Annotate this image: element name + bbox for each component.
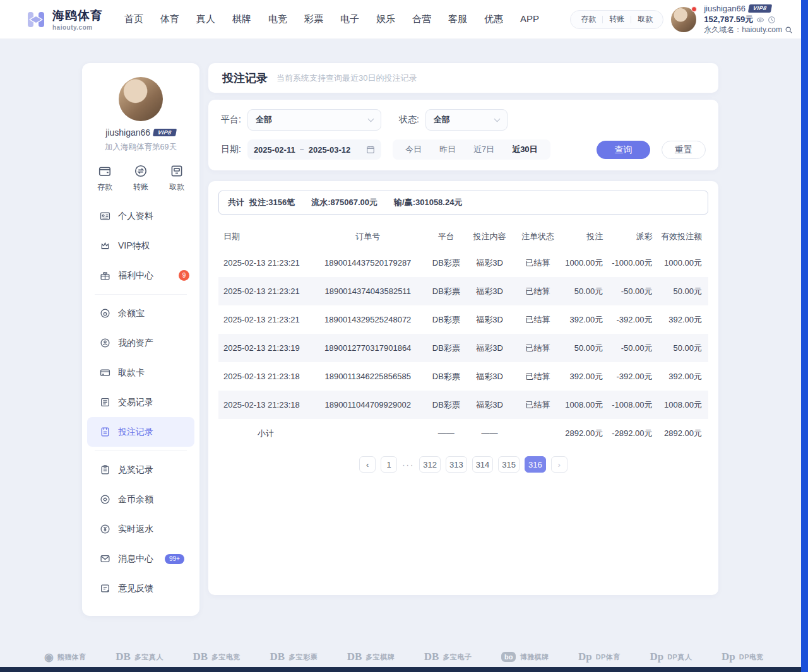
withdraw-link[interactable]: 取款 [631,14,659,25]
nav-item-boardgames[interactable]: 棋牌 [232,13,251,25]
range-30days[interactable]: 近30日 [503,144,546,155]
sidebar-item-label: 交易记录 [118,397,153,408]
cell-payout: -1008.00元 [609,391,658,419]
cell-content: 福彩3D [466,249,513,277]
topbar: 海鸥体育 haiouty.com 首页 体育 真人 棋牌 电竞 彩票 电子 娱乐… [0,0,808,39]
quick-range-group: 今日 昨日 近7日 近30日 [393,139,550,160]
chevron-down-icon [494,115,500,122]
platform-select[interactable]: 全部 [247,109,381,131]
user-avatar[interactable] [671,7,696,32]
filter-panel: 平台: 全部 状态: 全部 日期: 2025-02-11 ~ 2025-03-1… [208,100,718,170]
cell-content: 福彩3D [466,334,513,362]
col-status: 注单状态 [513,225,562,249]
col-bet: 投注 [562,225,609,249]
deposit-action[interactable]: 存款 [97,164,112,192]
sidebar-item-label: 投注记录 [118,427,153,438]
table-row: 2025-02-13 21:23:18 1890011346225856585 … [218,362,708,391]
partner-logos-footer: ◉ 熊猫体育 DB 多宝真人 DB 多宝电竞 DB 多宝彩票 DB 多宝棋牌 D… [0,647,808,667]
sidebar-item-rebate[interactable]: 实时返水 [82,514,199,544]
sidebar-item-messages[interactable]: 消息中心 99+ [82,544,199,574]
sidebar-avatar[interactable] [119,77,163,121]
search-button[interactable]: 查询 [597,141,650,159]
sidebar-item-vip[interactable]: VIP特权 [82,231,199,261]
pagination-page-314[interactable]: 314 [472,456,494,473]
eye-icon[interactable] [756,16,764,24]
date-range-picker[interactable]: 2025-02-11 ~ 2025-03-12 [247,139,381,160]
subtotal-payout: -2892.00元 [609,419,658,447]
sidebar-item-redeem-records[interactable]: 兑奖记录 [82,455,199,485]
nav-item-lottery[interactable]: 彩票 [304,13,323,25]
nav-item-slots[interactable]: 电子 [340,13,359,25]
panda-logo-mark: ◉ [44,651,54,664]
sidebar-item-transactions[interactable]: 交易记录 [82,387,199,417]
nav-item-esports[interactable]: 电竞 [268,13,287,25]
wallet-quick-actions: 存款 转账 取款 [570,10,663,29]
platform-label: 平台: [221,114,241,126]
summary-winloss: 输/赢:301058.24元 [394,197,462,208]
deposit-link[interactable]: 存款 [574,14,602,25]
pagination: ‹ 1 ··· 312 313 314 315 316 › [218,456,708,473]
reset-button[interactable]: 重置 [662,141,706,159]
nav-item-entertainment[interactable]: 娱乐 [376,13,395,25]
nav-item-affiliate[interactable]: 合营 [412,13,431,25]
dp-logo-mark: Dp [578,651,592,663]
search-icon[interactable] [785,26,793,34]
crown-icon [100,240,110,251]
cell-bet: 1000.00元 [562,249,609,277]
db-logo-mark: DB [116,651,131,663]
sidebar-item-label: 兑奖记录 [118,464,153,476]
col-valid-bet: 有效投注额 [659,225,708,249]
records-panel: 共计 投注:3156笔 流水:875067.00元 输/赢:301058.24元… [208,181,718,595]
sidebar-item-yuebao[interactable]: 余额宝 [82,298,199,328]
sidebar-item-withdraw-card[interactable]: 取款卡 [82,358,199,387]
pagination-prev[interactable]: ‹ [359,456,376,473]
cell-platform: DB彩票 [427,334,466,362]
summary-turnover: 流水:875067.00元 [311,197,377,208]
top-nav: 首页 体育 真人 棋牌 电竞 彩票 电子 娱乐 合营 客服 优惠 APP [124,13,539,25]
nav-item-home[interactable]: 首页 [124,13,143,25]
sidebar-item-welfare[interactable]: 福利中心 9 [82,261,199,290]
cell-valid-bet: 50.00元 [659,277,708,305]
status-select-value: 全部 [434,114,450,126]
vip-badge: VIP8 [153,129,177,136]
nav-item-app[interactable]: APP [520,13,539,25]
pagination-next[interactable]: › [551,456,567,473]
nav-item-service[interactable]: 客服 [448,13,467,25]
sidebar-item-feedback[interactable]: 意见反馈 [82,574,199,603]
partner-panda-sports: ◉ 熊猫体育 [44,651,86,664]
cell-platform: DB彩票 [427,277,466,305]
nav-item-sports[interactable]: 体育 [160,13,179,25]
pagination-page-312[interactable]: 312 [419,456,441,473]
table-row: 2025-02-13 21:23:18 1890011044709929002 … [218,391,708,419]
cell-content: 福彩3D [466,362,513,391]
calendar-icon [366,145,375,154]
status-select[interactable]: 全部 [425,109,508,131]
range-7days[interactable]: 近7日 [465,144,503,155]
nav-item-promo[interactable]: 优惠 [484,13,503,25]
range-yesterday[interactable]: 昨日 [431,144,465,155]
pagination-page-316-active[interactable]: 316 [525,456,546,473]
nav-item-live[interactable]: 真人 [196,13,215,25]
sidebar-item-assets[interactable]: 我的资产 [82,328,199,358]
logo[interactable]: 海鸥体育 haiouty.com [25,8,103,31]
table-row: 2025-02-13 21:23:21 1890014437520179287 … [218,249,708,277]
transfer-link[interactable]: 转账 [603,14,631,25]
sidebar-item-profile[interactable]: 个人资料 [82,201,199,231]
sidebar-item-bet-records[interactable]: 投注记录 [87,417,194,447]
page-subtitle: 当前系统支持查询最近30日的投注记录 [276,73,417,84]
browser-edge-stripe [801,0,808,672]
withdraw-action[interactable]: 取款 [169,164,184,192]
transaction-list-icon [100,397,110,408]
sidebar-item-coin-balance[interactable]: 金币余额 [82,485,199,514]
cell-status: 已结算 [513,305,562,334]
cell-payout: -392.00元 [609,362,658,391]
range-today[interactable]: 今日 [396,144,431,155]
pagination-page-1[interactable]: 1 [381,456,397,473]
pagination-page-313[interactable]: 313 [446,456,467,473]
messages-badge: 99+ [165,554,184,564]
refresh-icon[interactable] [768,16,776,24]
partner-dp-sports: Dp DP体育 [578,651,621,663]
transfer-action[interactable]: 转账 [133,164,148,192]
sidebar-item-label: 取款卡 [118,367,145,379]
pagination-page-315[interactable]: 315 [498,456,520,473]
